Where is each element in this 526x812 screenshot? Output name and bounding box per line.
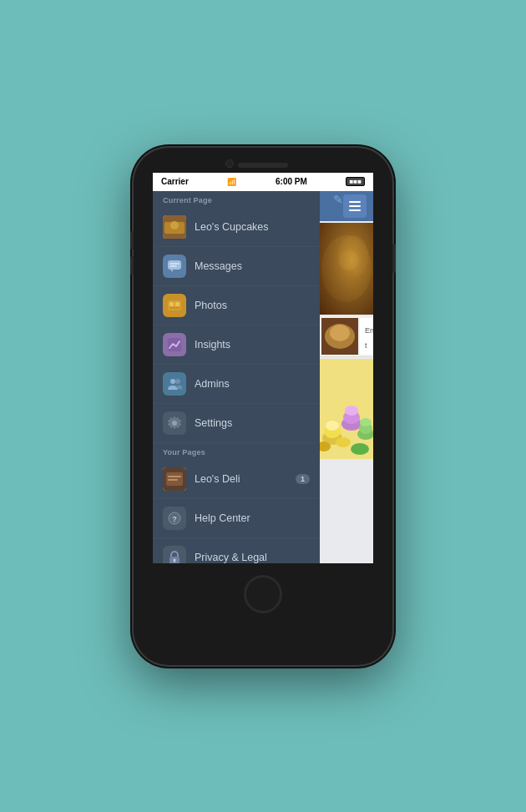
right-header xyxy=(320,191,373,221)
status-bar: Carrier 📶 6:00 PM ■■■ xyxy=(153,173,373,191)
svg-rect-10 xyxy=(169,307,180,309)
leos-deli-icon xyxy=(163,467,186,491)
svg-rect-18 xyxy=(168,479,178,481)
insights-icon xyxy=(163,333,186,356)
right-content: ✎ xyxy=(320,221,373,563)
carrier-label: Carrier xyxy=(161,177,189,186)
menu-item-privacy[interactable]: Privacy & Legal xyxy=(153,538,320,563)
svg-rect-27 xyxy=(320,223,373,315)
svg-point-30 xyxy=(324,266,357,296)
time-label: 6:00 PM xyxy=(276,177,307,186)
volume-up-button xyxy=(130,231,134,250)
your-page-item-leos-deli[interactable]: Leo's Deli 1 xyxy=(153,460,320,499)
battery-icon: ■■■ xyxy=(346,177,365,186)
current-page-label: Leo's Cupcakes xyxy=(195,221,310,233)
svg-point-28 xyxy=(321,235,372,302)
food-image-top xyxy=(320,223,373,315)
svg-text:?: ? xyxy=(172,515,177,523)
menu-item-messages[interactable]: Messages xyxy=(153,247,320,286)
menu-item-settings[interactable]: Settings xyxy=(153,404,320,443)
wifi-icon: 📶 xyxy=(227,178,236,186)
your-pages-section-label: Your Pages xyxy=(153,443,320,460)
svg-point-2 xyxy=(170,221,179,229)
admins-label: Admins xyxy=(195,378,310,390)
hamburger-line-3 xyxy=(349,209,361,211)
svg-point-31 xyxy=(339,250,359,270)
leos-deli-label: Leo's Deli xyxy=(195,473,287,485)
svg-point-29 xyxy=(338,235,368,277)
svg-point-44 xyxy=(360,418,372,426)
menu-item-insights[interactable]: Insights xyxy=(153,325,320,365)
svg-rect-9 xyxy=(175,302,180,306)
current-page-item[interactable]: Leo's Cupcakes xyxy=(153,208,320,247)
hamburger-button[interactable] xyxy=(343,194,367,218)
current-page-icon xyxy=(163,215,186,239)
help-label: Help Center xyxy=(195,512,310,524)
help-icon: ? xyxy=(163,507,186,530)
menu-item-photos[interactable]: Photos xyxy=(153,286,320,325)
settings-icon xyxy=(163,411,186,435)
svg-point-47 xyxy=(351,443,369,455)
privacy-icon xyxy=(163,546,186,563)
svg-point-38 xyxy=(326,421,339,431)
post-preview-text: Enjoy t xyxy=(365,326,373,350)
speaker xyxy=(238,163,288,168)
cupcake-image xyxy=(320,359,373,459)
svg-point-46 xyxy=(336,437,351,447)
svg-point-34 xyxy=(330,325,350,341)
messages-icon xyxy=(163,255,186,278)
svg-rect-17 xyxy=(168,476,181,477)
photos-icon xyxy=(163,294,186,317)
privacy-label: Privacy & Legal xyxy=(195,552,310,563)
svg-marker-4 xyxy=(170,270,173,272)
home-button[interactable] xyxy=(244,575,282,613)
hamburger-line-1 xyxy=(349,201,361,203)
phone-frame: Carrier 📶 6:00 PM ■■■ Current Page xyxy=(134,148,392,665)
svg-point-13 xyxy=(175,379,180,384)
messages-label: Messages xyxy=(195,260,310,272)
status-icons: ■■■ xyxy=(346,177,365,186)
camera xyxy=(225,159,234,168)
svg-point-41 xyxy=(345,406,358,416)
food-thumbnail xyxy=(321,318,358,355)
screen-body: Current Page Leo's Cupcakes xyxy=(153,191,373,563)
menu-item-admins[interactable]: Admins xyxy=(153,365,320,404)
power-button xyxy=(392,244,396,273)
right-panel: ✎ xyxy=(320,191,373,563)
leos-deli-badge: 1 xyxy=(296,474,310,484)
post-preview-text-area: Enjoy t xyxy=(360,318,373,355)
photos-label: Photos xyxy=(195,300,310,311)
screen: Carrier 📶 6:00 PM ■■■ Current Page xyxy=(153,173,373,563)
svg-rect-3 xyxy=(168,260,181,270)
drawer-menu: Current Page Leo's Cupcakes xyxy=(153,191,320,563)
svg-point-12 xyxy=(170,379,175,384)
settings-label: Settings xyxy=(195,417,310,429)
menu-item-help[interactable]: ? Help Center xyxy=(153,499,320,538)
admins-icon xyxy=(163,372,186,396)
hamburger-line-2 xyxy=(349,205,361,207)
volume-down-button xyxy=(130,256,134,275)
post-preview-area: Enjoy t xyxy=(320,316,373,357)
insights-label: Insights xyxy=(195,339,310,351)
svg-rect-8 xyxy=(169,302,174,306)
current-page-section-label: Current Page xyxy=(153,191,320,208)
